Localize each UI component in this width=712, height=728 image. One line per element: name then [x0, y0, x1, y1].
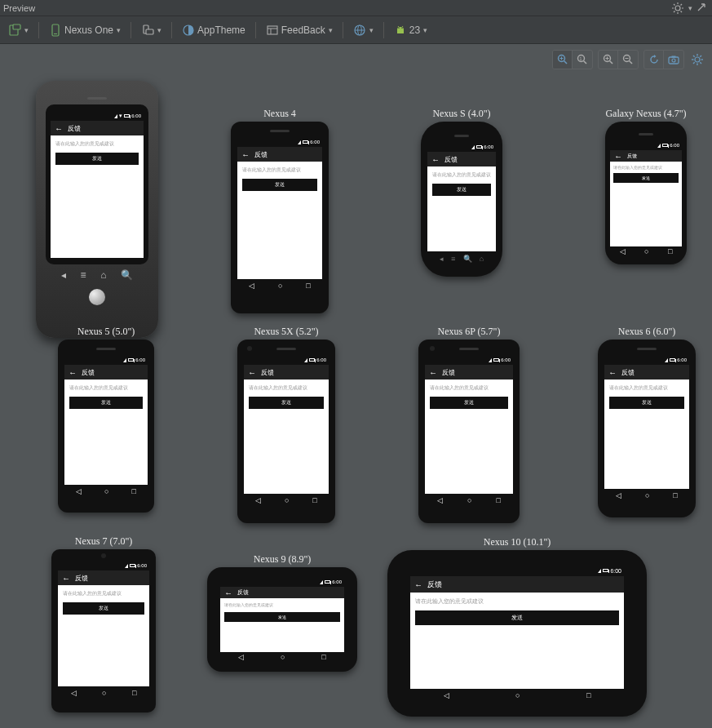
restore-icon[interactable]	[696, 2, 709, 15]
device-nexus-10[interactable]: Nexus 10 (10.1") 6:00 ←反馈 请在此输入您的意见或建议发送…	[387, 536, 647, 717]
separator	[255, 22, 256, 38]
device-galaxy-nexus[interactable]: Galaxy Nexus (4.7") 6:00 ←反馈 请在此输入您的意见或建…	[605, 108, 687, 264]
svg-point-43	[695, 57, 700, 62]
theme-label: AppTheme	[197, 24, 245, 36]
status-time: 6:00	[131, 113, 141, 118]
status-time: 6:00	[677, 357, 687, 362]
theme-dropdown[interactable]: AppTheme	[179, 22, 249, 38]
svg-rect-10	[13, 24, 20, 29]
hw-buttons: ◂≡⌂🔍	[46, 264, 148, 281]
send-button: 发送	[242, 179, 317, 191]
title-bar: Preview ▾	[0, 0, 712, 16]
nav-bar: ◁○□	[410, 689, 624, 702]
nav-bar: ◁○□	[244, 494, 329, 507]
configurations-dropdown[interactable]: ▾	[5, 22, 32, 38]
back-icon: ←	[608, 368, 617, 377]
zoom-out-button[interactable]	[618, 51, 638, 69]
feedback-hint: 请在此输入您的意见或建议	[432, 171, 491, 179]
device-nexus-one[interactable]: ▾6:00 ←反馈 请在此输入您的意见或建议 发送 ◂≡⌂🔍	[36, 81, 158, 338]
zoom-fit-button[interactable]	[553, 51, 573, 69]
zoom-in-button[interactable]	[599, 51, 618, 69]
svg-line-25	[402, 26, 403, 27]
svg-line-24	[398, 26, 399, 27]
send-button: 发送	[224, 612, 340, 622]
api-dropdown[interactable]: 23 ▾	[391, 22, 431, 38]
svg-line-48	[693, 55, 695, 57]
screen-label: FeedBack	[281, 24, 325, 36]
app-title: 反馈	[68, 124, 81, 133]
app-title: 反馈	[627, 153, 637, 160]
chevron-down-icon: ▾	[24, 26, 29, 34]
app-title: 反馈	[82, 368, 95, 377]
app-title: 反馈	[621, 368, 635, 377]
phone-icon	[49, 24, 62, 37]
app-title: 反馈	[444, 155, 458, 164]
nav-bar: ◁○□	[58, 686, 149, 699]
status-time: 6:00	[501, 357, 511, 362]
orientation-icon	[141, 24, 154, 37]
back-icon: ←	[429, 368, 437, 377]
separator	[343, 22, 343, 38]
app-title: 反馈	[75, 574, 88, 583]
device-label: Nexus One	[64, 24, 113, 36]
feedback-hint: 请在此输入您的意见或建议	[242, 166, 317, 174]
feedback-hint: 请在此输入您的意见或建议	[63, 590, 144, 597]
device-dropdown[interactable]: Nexus One ▾	[46, 22, 124, 38]
device-nexus-7[interactable]: Nexus 7 (7.0") 6:00 ←反馈 请在此输入您的意见或建议发送 ◁…	[51, 535, 156, 712]
status-time: 6:00	[310, 140, 320, 144]
refresh-button[interactable]	[644, 51, 664, 69]
svg-line-50	[693, 62, 695, 64]
zoom-actual-button[interactable]: 1	[573, 51, 592, 69]
send-button: 发送	[249, 397, 324, 409]
device-nexus-6[interactable]: Nexus 6 (6.0") 6:00 ←反馈 请在此输入您的意见或建议发送 ◁…	[598, 326, 696, 517]
svg-line-49	[700, 62, 701, 64]
nav-bar: ◁○□	[604, 489, 689, 502]
orientation-dropdown[interactable]: ▾	[138, 22, 165, 38]
screen-dropdown[interactable]: FeedBack ▾	[263, 22, 336, 38]
status-time: 6:00	[316, 357, 326, 362]
svg-text:1: 1	[579, 56, 582, 61]
separator	[38, 22, 39, 38]
send-button: 发送	[55, 153, 139, 165]
canvas-actions: 1	[547, 50, 707, 69]
svg-line-38	[630, 61, 632, 64]
back-icon: ←	[55, 124, 63, 133]
svg-rect-42	[672, 56, 676, 58]
feedback-hint: 请在此输入您的意见或建议	[55, 140, 139, 148]
chevron-down-icon: ▾	[157, 26, 161, 34]
gear-icon[interactable]	[671, 2, 684, 15]
app-title: 反馈	[254, 150, 268, 159]
globe-icon	[353, 24, 366, 37]
svg-line-6	[681, 11, 683, 12]
svg-line-7	[674, 11, 675, 12]
device-nexus-6p[interactable]: Nexus 6P (5.7") 6:00 ←反馈 请在此输入您的意见或建议发送 …	[418, 326, 520, 523]
device-nexus-5[interactable]: Nexus 5 (5.0") 6:00 ←反馈 请在此输入您的意见或建议发送 ◁…	[58, 326, 154, 513]
device-label: Nexus 9 (8.9")	[207, 553, 357, 566]
feedback-hint: 请在此输入您的意见或建议	[224, 602, 340, 607]
locale-dropdown[interactable]: ▾	[350, 22, 377, 38]
nav-bar: ◁○□	[425, 494, 513, 507]
settings-button[interactable]	[688, 51, 707, 69]
svg-point-23	[401, 27, 402, 28]
hw-buttons: ◂≡🔍⌂	[427, 251, 496, 263]
feedback-hint: 请在此输入您的意见或建议	[613, 165, 679, 170]
device-label: Galaxy Nexus (4.7")	[605, 108, 687, 120]
screenshot-button[interactable]	[664, 51, 683, 69]
svg-line-8	[681, 4, 683, 6]
svg-rect-14	[146, 29, 153, 34]
device-nexus-9[interactable]: Nexus 9 (8.9") 6:00 ←反馈 请在此输入您的意见或建议发送 ◁…	[207, 553, 357, 672]
device-nexus-5x[interactable]: Nexus 5X (5.2") 6:00 ←反馈 请在此输入您的意见或建议发送 …	[237, 326, 335, 523]
svg-point-0	[675, 6, 680, 11]
separator	[171, 22, 172, 38]
app-title: 反馈	[237, 588, 249, 597]
device-nexus-s[interactable]: Nexus S (4.0") 6:00 ←反馈 请在此输入您的意见或建议发送 ◂…	[421, 108, 502, 277]
svg-rect-16	[268, 26, 277, 34]
status-time: 6:00	[332, 579, 342, 584]
send-button: 发送	[613, 173, 679, 183]
back-icon: ←	[414, 580, 422, 589]
theme-icon	[182, 24, 195, 37]
device-nexus-4[interactable]: Nexus 4 6:00 ←反馈 请在此输入您的意见或建议发送 ◁○□	[231, 108, 329, 313]
device-label: Nexus 5X (5.2")	[237, 326, 335, 338]
status-time: 6:00	[484, 144, 493, 149]
nav-bar: ◁○□	[220, 652, 344, 662]
